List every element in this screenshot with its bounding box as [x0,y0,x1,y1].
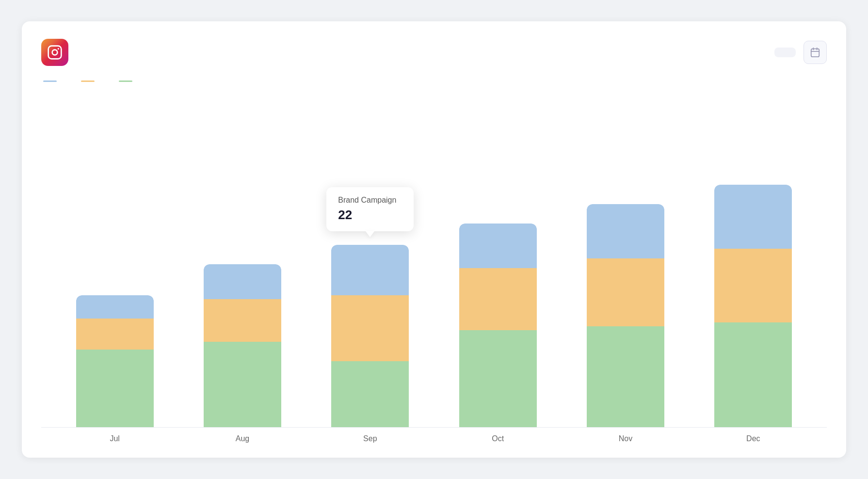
bar-segment-orange [204,299,281,342]
header [41,39,827,66]
calendar-icon [810,47,820,58]
bar-segment-blue [331,245,409,295]
svg-point-1 [52,50,58,55]
bar-segment-orange [331,295,409,361]
bar-wrapper-aug [204,264,281,427]
calendar-button[interactable] [804,41,827,64]
week-button[interactable] [749,48,771,57]
bar-group-nov[interactable] [562,204,689,427]
legend-color-licencing [81,80,95,82]
bar-segment-green [331,361,409,427]
legend-color-purchasing [119,80,132,82]
bar-segment-green [459,330,537,427]
bar-segment-orange [587,258,664,326]
x-axis: JulAugSepOctNovDec [41,427,827,443]
x-label-dec: Dec [690,428,817,443]
bar-group-aug[interactable] [178,264,306,427]
bar-segment-green [76,350,154,427]
bar-segment-blue [714,185,792,249]
svg-rect-3 [811,49,820,57]
legend-color-brand [43,80,57,82]
bar-group-oct[interactable] [434,224,562,427]
bars-container: Brand Campaign22 [41,99,827,427]
bar-wrapper-nov [587,204,664,427]
svg-rect-0 [48,46,62,59]
chart-card: Brand Campaign22 JulAugSepOctNovDec [22,21,846,458]
x-label-oct: Oct [434,428,562,443]
chart-legend [41,80,827,82]
bar-wrapper-oct [459,224,537,427]
header-controls [724,41,827,64]
bar-group-dec[interactable] [690,185,817,427]
legend-item-licencing [81,80,99,82]
bar-group-sep[interactable]: Brand Campaign22 [306,245,434,427]
tooltip-title: Brand Campaign [338,196,400,205]
svg-point-2 [58,48,59,49]
bar-segment-green [714,322,792,427]
bar-group-jul[interactable] [51,295,178,427]
day-button[interactable] [724,48,745,57]
tooltip-value: 22 [338,208,400,223]
bar-segment-orange [459,268,537,330]
x-label-aug: Aug [178,428,306,443]
bar-segment-blue [587,204,664,258]
x-label-jul: Jul [51,428,178,443]
chart-area: Brand Campaign22 JulAugSepOctNovDec [41,99,827,443]
bar-tooltip: Brand Campaign22 [326,187,414,231]
bar-wrapper-sep [331,245,409,427]
legend-item-purchasing [119,80,137,82]
bar-segment-orange [76,319,154,350]
bar-segment-orange [714,249,792,322]
bar-segment-blue [459,224,537,268]
bar-wrapper-dec [714,185,792,427]
bar-segment-blue [76,295,154,319]
legend-item-brand [43,80,62,82]
bar-segment-blue [204,264,281,299]
bar-segment-green [587,326,664,427]
bar-wrapper-jul [76,295,154,427]
x-label-sep: Sep [306,428,434,443]
x-label-nov: Nov [562,428,689,443]
header-left [41,39,77,66]
month-button[interactable] [774,48,796,57]
bar-segment-green [204,342,281,427]
instagram-icon [41,39,68,66]
